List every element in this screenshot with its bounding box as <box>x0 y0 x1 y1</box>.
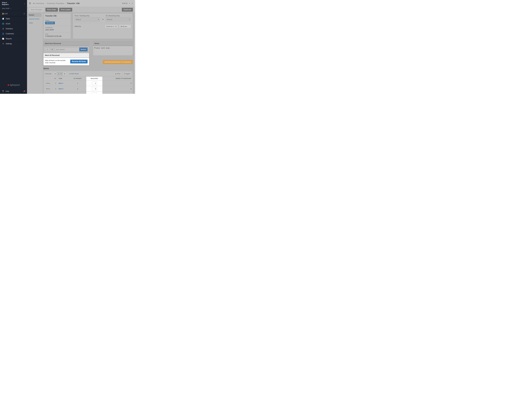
print-items-button[interactable]: 🖨Print <box>114 72 122 76</box>
item-link[interactable]: Item 3 <box>59 93 63 94</box>
items-table: ▾# ITEM IN TRANSIT RECEIVED ADDED TO INV… <box>43 77 133 94</box>
received-input[interactable] <box>92 93 97 94</box>
export-items-button[interactable]: ⎘Export <box>123 72 132 76</box>
crumb-inventory[interactable]: Inventory <box>36 2 44 5</box>
subnav-sales[interactable]: Sales <box>28 21 41 25</box>
qty-input[interactable]: 1 <box>45 48 50 51</box>
sent-label: Sent <box>45 33 69 35</box>
per-page-select[interactable]: 15 PER PAGE <box>69 73 79 75</box>
table-row: Return 3 Item 3 3 0 <box>44 92 133 94</box>
item-link[interactable]: Item 1 <box>59 82 63 84</box>
col-added-to-inventory[interactable]: ADDED TO INVENTORY <box>102 77 133 80</box>
duplicate-button[interactable]: Duplicate <box>122 8 133 12</box>
export-label: Export <box>125 73 130 75</box>
col-received[interactable]: RECEIVED <box>86 77 102 80</box>
signout-icon: ⎋ <box>24 13 25 15</box>
nav-reports[interactable]: 📈Reports <box>0 36 27 41</box>
need-by-time-input[interactable]: 08:00 am 🕘 <box>119 25 131 28</box>
lock-label: Lock <box>4 13 8 15</box>
nav-label: Settings <box>6 43 12 45</box>
from-shop-select[interactable]: Shop A ▾ <box>75 18 100 21</box>
record-counter: 8 of 11 <box>122 2 127 4</box>
add-received-to-inventory-button[interactable]: Add Received Items To Inventory <box>103 60 133 64</box>
received-input[interactable] <box>92 82 97 85</box>
table-row: Return 1 Item 1 1 0 <box>44 80 133 86</box>
added-value: 0 <box>102 86 133 92</box>
chart-icon: 📈 <box>2 38 4 40</box>
subnav-details[interactable]: Details <box>28 13 41 17</box>
in-transit-value: 1 <box>69 80 86 86</box>
shops-panel: From / Sending shop Shop A ▾ ➔ To / Rece… <box>73 13 133 39</box>
need-by-date-input[interactable]: 2018-04-17 🗓 <box>105 25 118 28</box>
mark-all-title: Mark All Received <box>44 53 89 58</box>
to-shop-select[interactable]: Shop B ▾ <box>106 18 131 21</box>
item-link[interactable]: Item 2 <box>59 88 63 90</box>
header-bar: ☰ 🗃 Inventory › Inventory Transfers › Tr… <box>27 0 135 7</box>
nav-label: Sales <box>6 18 10 20</box>
sidebar-shop-switcher[interactable]: Shop A Register1 ▸ <box>0 0 27 7</box>
crumb-current: Transfer: #36 <box>67 2 79 5</box>
mark-all-text: Mark all items on the transfer order rec… <box>45 59 69 64</box>
return-button[interactable]: Return <box>45 87 52 90</box>
notes-textarea[interactable] <box>93 46 133 55</box>
user-icon: 👤 <box>2 33 4 35</box>
col-in-transit[interactable]: IN TRANSIT <box>69 77 86 80</box>
mark-item-title: Mark Item Received <box>44 41 89 46</box>
lock-button[interactable]: 🔒 Lock <box>0 11 21 16</box>
help-label: Help <box>6 90 9 92</box>
box-icon: 🗄 <box>2 28 4 30</box>
col-number[interactable]: ▾# <box>53 77 57 80</box>
return-button[interactable]: Return <box>45 82 52 85</box>
menu-icon[interactable]: ☰ <box>29 2 31 5</box>
clock-icon: 🕘 <box>128 25 130 27</box>
item-search-input[interactable] <box>55 48 79 51</box>
sidebar-user-menu[interactable]: Jane Smith ▾ <box>0 7 27 11</box>
signout-button[interactable]: ⎋ <box>21 11 27 16</box>
breadcrumb: Inventory › Inventory Transfers › Transf… <box>36 2 80 5</box>
received-input[interactable] <box>92 87 97 90</box>
in-transit-value: 2 <box>69 86 86 92</box>
prev-record-button[interactable]: ‹ <box>129 2 130 5</box>
nav-settings[interactable]: ⚙Settings <box>0 41 27 46</box>
chevron-down-icon: ▾ <box>98 19 99 20</box>
nav-inventory[interactable]: 🗄Inventory <box>0 26 27 31</box>
clear-qty-button[interactable]: ✕ <box>51 48 54 51</box>
return-button[interactable]: Return <box>45 93 52 94</box>
caret-down-icon: ▾ <box>10 8 11 9</box>
row-number: 2 <box>53 86 57 92</box>
pager-prev[interactable]: ◀ <box>53 72 57 76</box>
pin-sidebar-button[interactable]: 📌 <box>21 89 27 94</box>
status-badge: RECEIVED <box>45 22 55 24</box>
time-value: 08:00 am <box>120 26 127 27</box>
print-order-button[interactable]: Print Order <box>46 8 58 12</box>
subnav-special-orders[interactable]: Special Orders <box>28 17 41 21</box>
nav-sales[interactable]: 🧾Sales <box>0 16 27 21</box>
help-button[interactable]: ❔ Help <box>0 89 21 94</box>
results-count: 3 Results <box>45 73 51 75</box>
next-record-button[interactable]: › <box>132 2 133 5</box>
from-shop-value: Shop A <box>76 19 81 20</box>
col-item[interactable]: ITEM <box>57 77 69 80</box>
status-label: Status <box>45 19 69 21</box>
crumb-transfers[interactable]: Inventory Transfers <box>47 2 64 5</box>
items-toolbar: 3 Results ◀ 1 - 3 ▶ 15 PER PAGE 🖨Print ⎘… <box>43 71 133 77</box>
table-row: Return 2 Item 2 2 0 <box>44 86 133 92</box>
mark-all-received-panel: Mark All Received Mark all items on the … <box>43 53 89 65</box>
col-action <box>44 77 53 80</box>
caret-right-icon: ▸ <box>24 2 25 5</box>
created-by-value: Jane Smith <box>45 29 69 31</box>
pager-next[interactable]: ▶ <box>63 72 67 76</box>
pin-icon: 📌 <box>23 90 25 92</box>
nav-customers[interactable]: 👤Customers <box>0 31 27 36</box>
arrow-right-icon: ➔ <box>102 18 104 21</box>
save-button[interactable]: Save Changes <box>29 8 44 12</box>
receive-all-items-button[interactable]: Receive All Items <box>70 60 87 63</box>
user-name: Jane Smith <box>2 8 9 9</box>
sort-desc-icon: ▾ <box>54 78 55 79</box>
shop-name: Shop A <box>2 2 9 3</box>
receive-button[interactable]: Receive <box>79 48 87 51</box>
print-icon: 🖨 <box>115 73 116 75</box>
print-labels-button[interactable]: Print Labels <box>59 8 72 12</box>
nav-label: Customers <box>6 33 14 35</box>
nav-ecom[interactable]: 🌐eCom <box>0 21 27 26</box>
